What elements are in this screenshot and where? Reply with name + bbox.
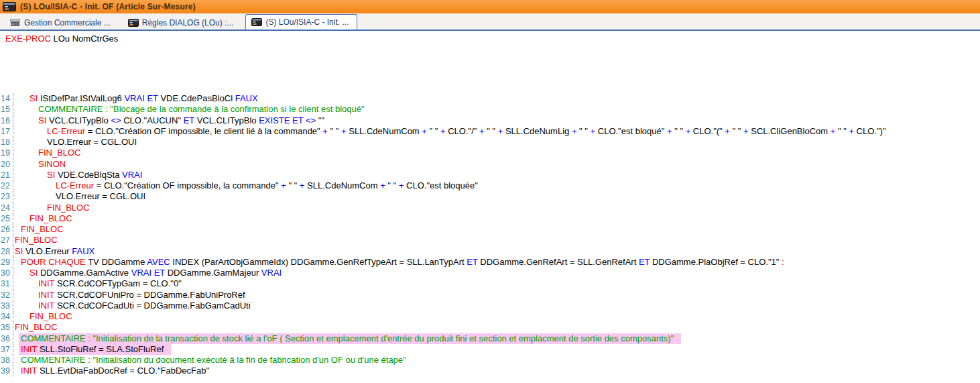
code-token: SLL.EvtDiaFabDocRef = CLO."FabDecFab" [37,366,209,376]
code-token: VLO.Erreur = CGL.OUI [56,191,145,201]
code-token: SI [29,93,38,103]
code-line[interactable]: 28SI VLO.Erreur FAUX [0,246,980,257]
code-token: " " [576,126,590,136]
code-line[interactable]: 29POUR CHAQUE TV DDGamme AVEC INDEX (Par… [0,257,980,268]
code-line[interactable]: 38COMMENTAIRE : "Initialisation du docum… [0,355,980,366]
code-line[interactable]: 23VLO.Erreur = CGL.OUI [0,191,980,202]
terminal-window-icon [3,2,16,11]
code-token: VLO.Erreur [23,246,72,256]
code-token: + [341,126,347,136]
commerce-app-icon [9,18,21,28]
code-token: INIT [21,344,37,354]
line-number: 22 [0,180,13,191]
code-line[interactable]: 34FIN_BLOC [0,311,980,322]
code-token: " " [385,180,399,190]
code-token: " " [672,126,686,136]
code-line[interactable]: 17LC-Erreur = CLO."Création OF impossibl… [0,126,980,137]
line-number: 26 [0,224,13,235]
code-line-text: INIT SCR.CdCOFUniPro = DDGamme.FabUniPro… [13,290,245,300]
code-line-text: COMMENTAIRE : "Blocage de la commande à … [13,104,365,115]
code-token: FIN_BLOC [38,148,81,158]
code-token: " " [427,126,440,136]
code-token: + [281,180,286,190]
code-token: ET [154,268,165,278]
code-line-text: FIN_BLOC [13,148,81,158]
code-line[interactable]: 16SI VCL.CLITypBlo <> CLO."AUCUN" ET VCL… [0,115,980,126]
code-token: SCR.CdCOFUniPro = DDGamme.FabUniProRef [54,290,245,300]
code-token: ET [467,257,477,267]
code-token: DDGamme.GamActive [38,268,131,278]
line-number: 29 [0,257,13,268]
code-token: <> [111,115,121,125]
code-token: SCL.CliGenBloCom [749,126,831,136]
code-line-text: FIN_BLOC [13,224,64,235]
code-line[interactable]: 26FIN_BLOC [0,224,980,235]
code-token: ET [184,115,194,125]
code-token: FAUX [235,93,258,103]
code-token: VDE.CdeBlqSta [55,170,122,180]
code-token: + [667,126,672,136]
code-line[interactable]: 14SI IStDefPar.IStValLog6 VRAI ET VDE.Cd… [0,93,980,104]
code-line-text: SI IStDefPar.IStValLog6 VRAI ET VDE.CdeP… [13,93,258,104]
code-line[interactable]: 19FIN_BLOC [0,148,980,158]
code-token: " " [835,126,849,136]
code-token: INIT [38,300,54,311]
code-line[interactable]: 36COMMENTAIRE : "Initialisation de la tr… [0,333,980,344]
tab-regles-dialog[interactable]: Règles DIALOG (LOu) :... [123,15,242,30]
code-line[interactable]: 31INIT SCR.CdCOFTypGam = CLO."0" [0,278,980,289]
code-line[interactable]: 33INIT SCR.CdCOFCadUti = DDGamme.FabGamC… [0,300,980,311]
terminal-icon [128,19,139,27]
code-line[interactable]: 27FIN_BLOC [0,235,980,245]
code-token: COMMENTAIRE : "Initialisation du documen… [21,355,406,365]
code-line[interactable]: 20SINON [0,159,980,170]
code-line-text: FIN_BLOC [13,235,58,245]
code-editor[interactable]: EXE-PROC LOu NomCtrGes 14SI IStDefPar.IS… [0,31,980,383]
procedure-keyword: EXE-PROC [5,34,51,44]
window-titlebar[interactable]: (S) LOu/ISIA-C - Init. OF (Article Sur-M… [0,0,980,13]
code-token: SI [29,268,38,278]
code-line[interactable]: 39INIT SLL.EvtDiaFabDocRef = CLO."FabDec… [0,366,980,376]
code-token: SCR.CdCOFTypGam = CLO."0" [54,278,181,288]
highlighted-code: INIT SLL.StoFluRef = SLA.StoFluRef [19,344,171,355]
code-token: EXISTE [259,115,290,125]
code-line-text: VLO.Erreur = CGL.OUI [13,191,145,202]
code-line-text: POUR CHAQUE TV DDGamme AVEC INDEX (ParAr… [13,257,784,268]
line-number: 30 [0,268,13,278]
code-token: = CLO."Création OF impossible, la comman… [94,180,281,190]
code-line-text: FIN_BLOC [13,213,72,224]
code-token: SLL.CdeNumCom [347,126,422,136]
code-token: + [380,180,385,190]
code-line-text: FIN_BLOC [13,322,58,333]
line-number: 35 [0,322,13,333]
code-line-text: INIT SCR.CdCOFCadUti = DDGamme.FabGamCad… [13,300,251,311]
code-line-text: INIT SCR.CdCOFTypGam = CLO."0" [13,278,182,289]
code-line[interactable]: 15COMMENTAIRE : "Blocage de la commande … [0,104,980,115]
code-lines: 14SI IStDefPar.IStValLog6 VRAI ET VDE.Cd… [0,93,980,377]
line-number: 34 [0,311,13,322]
code-token: SCR.CdCOFCadUti = DDGamme.FabGamCadUti [54,300,250,311]
code-token: CLO."AUCUN" [121,115,184,125]
code-line[interactable]: 25FIN_BLOC [0,213,980,224]
tab-gestion-commerciale[interactable]: Gestion Commerciale ... [4,15,119,30]
code-token: " " [730,126,743,136]
code-line[interactable]: 37INIT SLL.StoFluRef = SLA.StoFluRef [0,344,980,355]
line-number: 36 [0,333,13,344]
code-line[interactable]: 30SI DDGamme.GamActive VRAI ET DDGamme.G… [0,268,980,278]
code-line-text: FIN_BLOC [13,203,90,213]
tab-lou-isia-c-active[interactable]: (S) LOu/ISIA-C - Init. ... [245,14,357,30]
code-line[interactable]: 21SI VDE.CdeBlqSta VRAI [0,170,980,180]
code-token: : [782,257,784,267]
code-line[interactable]: 32INIT SCR.CdCOFUniPro = DDGamme.FabUniP… [0,290,980,300]
code-line[interactable]: 22LC-Erreur = CLO."Création OF impossibl… [0,180,980,191]
code-token: INIT [21,366,37,376]
code-line[interactable]: 18VLO.Erreur = CGL.OUI [0,137,980,148]
line-number: 20 [0,159,13,170]
code-line[interactable]: 24FIN_BLOC [0,203,980,213]
code-token: + [849,126,854,136]
code-token: VDE.CdePasBloCl [158,93,235,103]
code-line[interactable]: 35FIN_BLOC [0,322,980,333]
code-line-text: INIT SLL.EvtDiaFabDocRef = CLO."FabDecFa… [13,366,209,376]
code-token: SINON [38,159,66,169]
code-token: + [743,126,749,136]
code-token: " " [286,180,300,190]
